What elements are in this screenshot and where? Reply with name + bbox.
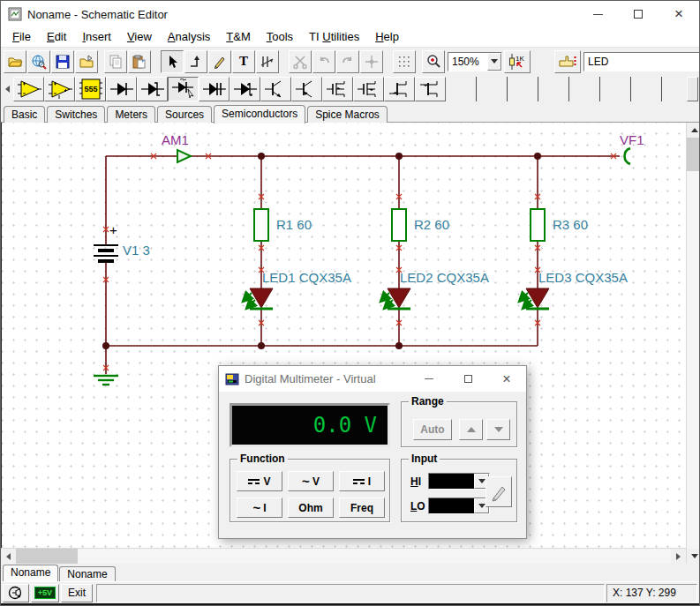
multimeter-maximize-button[interactable] xyxy=(448,366,487,392)
led-button[interactable] xyxy=(168,77,199,101)
open-recent-button[interactable] xyxy=(75,50,98,73)
menu-insert[interactable]: Insert xyxy=(74,27,119,47)
exit-button[interactable]: Exit xyxy=(61,584,93,602)
menu-analysis[interactable]: Analysis xyxy=(160,27,218,47)
text-tool-button[interactable]: T xyxy=(232,50,255,73)
scroll-down-button[interactable] xyxy=(687,549,700,564)
pnp-transistor-button[interactable] xyxy=(291,77,322,101)
palette-scroll-right[interactable] xyxy=(687,77,698,101)
tab-sources[interactable]: Sources xyxy=(157,106,212,123)
jfet-p-button[interactable] xyxy=(415,77,446,101)
wires[interactable] xyxy=(106,156,620,374)
schottky-diode-button[interactable] xyxy=(230,77,260,101)
menu-tm[interactable]: T&M xyxy=(218,27,258,47)
open-web-button[interactable] xyxy=(27,50,50,73)
range-up-button[interactable] xyxy=(459,419,483,440)
range-down-button[interactable] xyxy=(486,419,510,440)
diode-button[interactable] xyxy=(106,77,137,101)
resistor-r1[interactable] xyxy=(254,209,268,241)
ac-current-button[interactable]: ~ I xyxy=(237,498,282,518)
resistor-r2[interactable] xyxy=(392,209,406,241)
undo-button[interactable] xyxy=(312,50,335,73)
horizontal-scroll-track[interactable] xyxy=(78,549,671,564)
pencil-tool-button[interactable] xyxy=(208,50,231,73)
minimize-button[interactable] xyxy=(577,1,618,27)
ammeter-am1[interactable] xyxy=(177,150,191,162)
oscillator-status-button[interactable] xyxy=(3,584,29,602)
copy-button[interactable] xyxy=(104,50,127,73)
save-button[interactable] xyxy=(51,50,74,73)
npn-transistor-button[interactable] xyxy=(260,77,291,101)
dc-current-button[interactable]: I xyxy=(339,471,385,491)
horizontal-scrollbar[interactable] xyxy=(1,548,686,564)
grid-toggle-button[interactable] xyxy=(393,50,416,73)
freq-button[interactable]: Freq xyxy=(339,498,385,518)
jfet-n-button[interactable] xyxy=(384,77,415,101)
open-button[interactable] xyxy=(4,50,26,73)
ground-symbol[interactable] xyxy=(94,376,118,385)
wire-tool-button[interactable] xyxy=(184,50,207,73)
led-led3[interactable] xyxy=(520,288,549,309)
multimeter-title-bar[interactable]: Digital Multimeter - Virtual × xyxy=(219,366,526,392)
menu-edit[interactable]: Edit xyxy=(39,27,74,47)
tab-switches[interactable]: Switches xyxy=(47,106,105,123)
led-led1[interactable] xyxy=(244,288,273,309)
ohm-button[interactable]: Ohm xyxy=(288,498,334,518)
scroll-up-button[interactable] xyxy=(687,123,700,138)
menu-tools[interactable]: Tools xyxy=(259,27,301,47)
tab-basic[interactable]: Basic xyxy=(4,106,45,123)
scroll-left-button[interactable] xyxy=(1,549,16,564)
doc-tab-noname-2[interactable]: Noname xyxy=(59,566,115,581)
scroll-right-button[interactable] xyxy=(671,549,686,564)
component-search-select[interactable]: LED xyxy=(583,52,700,71)
zoom-level-dropdown[interactable] xyxy=(487,53,501,71)
tab-spice-macros[interactable]: Spice Macros xyxy=(307,106,388,123)
menu-file[interactable]: File xyxy=(4,27,39,47)
nmos-button[interactable] xyxy=(322,77,353,101)
paste-button[interactable] xyxy=(128,50,151,73)
voltage-probe-vf1[interactable] xyxy=(625,148,630,164)
component-value-button[interactable]: 1K xyxy=(504,50,531,73)
zoom-level-select[interactable]: 150% xyxy=(448,52,502,71)
maximize-button[interactable] xyxy=(618,1,659,27)
multimeter-close-button[interactable]: × xyxy=(487,366,526,392)
vertical-scroll-thumb[interactable] xyxy=(687,138,700,171)
multimeter-dialog[interactable]: Digital Multimeter - Virtual × 0.0 V Ran… xyxy=(218,365,527,539)
led-led2[interactable] xyxy=(381,288,410,309)
power-status-button[interactable]: +5V xyxy=(31,584,59,602)
menu-help[interactable]: Help xyxy=(367,27,407,47)
tab-meters[interactable]: Meters xyxy=(107,106,155,123)
doc-tab-noname-1[interactable]: Noname xyxy=(3,565,58,581)
tab-semiconductors[interactable]: Semiconductors xyxy=(214,105,305,123)
vertical-scroll-track[interactable] xyxy=(687,171,700,549)
select-tool-button[interactable] xyxy=(161,50,184,73)
redo-button[interactable] xyxy=(336,50,359,73)
crosshair-button[interactable] xyxy=(360,50,383,73)
menu-ti-utilities[interactable]: TI Utilities xyxy=(301,27,367,47)
palette-scroll-left[interactable] xyxy=(2,77,13,101)
schematic-canvas[interactable]: + xyxy=(1,123,686,548)
multimeter-minimize-button[interactable] xyxy=(410,366,448,392)
pmos-button[interactable] xyxy=(353,77,384,101)
comparator-button[interactable] xyxy=(44,77,75,101)
horizontal-scroll-thumb[interactable] xyxy=(16,549,78,564)
dc-voltage-button[interactable]: V xyxy=(237,471,282,491)
input-hi-select[interactable] xyxy=(428,473,490,490)
ac-voltage-button[interactable]: ~ V xyxy=(288,471,334,491)
resistor-r3[interactable] xyxy=(531,209,545,241)
zoom-button[interactable] xyxy=(422,50,445,73)
battery-v1[interactable] xyxy=(94,245,118,261)
opamp-button[interactable] xyxy=(13,77,44,101)
cut-button[interactable] xyxy=(289,50,312,73)
timer-555-button[interactable]: 555 xyxy=(75,77,106,101)
vertical-scrollbar[interactable] xyxy=(686,123,700,564)
interactive-mode-button[interactable] xyxy=(554,50,581,73)
menu-view[interactable]: View xyxy=(119,27,160,47)
trim-tool-button[interactable] xyxy=(256,50,279,73)
range-auto-button[interactable]: Auto xyxy=(413,419,452,440)
close-button[interactable]: × xyxy=(659,1,699,27)
zener-diode-button[interactable] xyxy=(137,77,168,101)
probe-button[interactable] xyxy=(485,476,512,507)
input-lo-select[interactable] xyxy=(428,498,490,514)
varicap-button[interactable] xyxy=(199,77,230,101)
